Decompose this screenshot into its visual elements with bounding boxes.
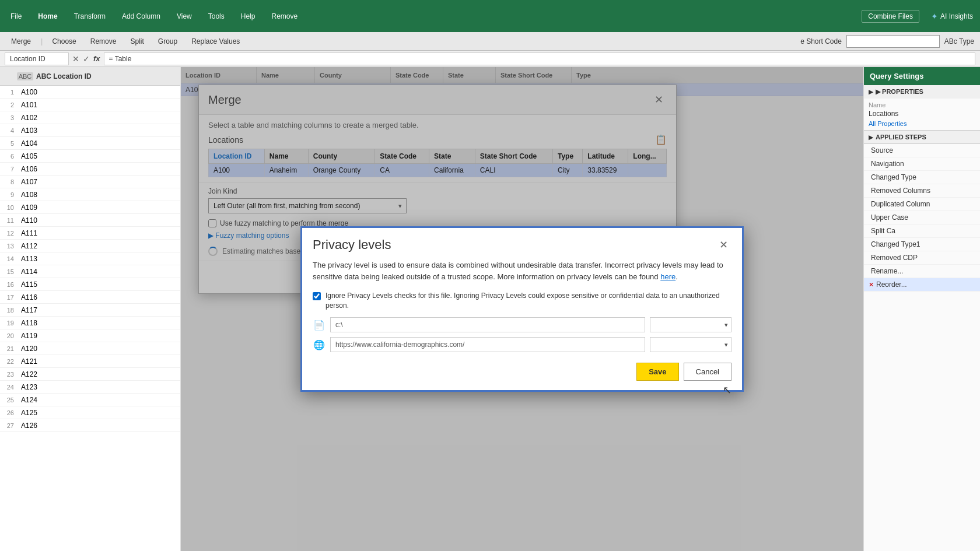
table-row: 2 A101 bbox=[0, 99, 180, 111]
table-row: 5 A104 bbox=[0, 137, 180, 150]
privacy-cancel-button[interactable]: Cancel bbox=[684, 363, 732, 381]
formula-value: = Table bbox=[109, 55, 132, 63]
query-settings-header: Query Settings bbox=[864, 67, 980, 85]
table-row: 3 A102 bbox=[0, 111, 180, 124]
col-type-icon: ABC bbox=[17, 72, 34, 80]
table-row: 23 A122 bbox=[0, 368, 180, 381]
web-privacy-dropdown[interactable]: None Private Organizational Public bbox=[650, 337, 732, 352]
ribbon-tab-remove[interactable]: Remove bbox=[268, 11, 301, 22]
ribbon-tab-add-column[interactable]: Add Column bbox=[118, 11, 164, 22]
properties-chevron-icon: ▶ bbox=[869, 89, 873, 95]
ribbon-tab-home[interactable]: Home bbox=[34, 11, 61, 22]
all-properties-link[interactable]: All Properties bbox=[869, 120, 975, 127]
properties-name-value: Locations bbox=[869, 110, 975, 118]
table-row: 1 A100 bbox=[0, 86, 180, 99]
privacy-ignore-checkbox[interactable] bbox=[313, 292, 321, 300]
applied-step[interactable]: Removed CDP bbox=[864, 251, 980, 265]
applied-steps-chevron-icon: ▶ bbox=[869, 134, 873, 141]
formula-x-icon[interactable]: ✕ bbox=[72, 54, 79, 64]
privacy-dialog: Privacy levels ✕ The privacy level is us… bbox=[300, 226, 744, 392]
applied-step[interactable]: Rename... bbox=[864, 265, 980, 278]
table-row: 6 A105 bbox=[0, 150, 180, 163]
applied-step[interactable]: Upper Case bbox=[864, 211, 980, 224]
formula-fx: fx bbox=[93, 54, 100, 63]
table-row: 25 A124 bbox=[0, 394, 180, 406]
ribbon-tab-transform[interactable]: Transform bbox=[71, 11, 109, 22]
properties-name-label: Name bbox=[869, 101, 975, 108]
table-row: 16 A115 bbox=[0, 278, 180, 291]
table-row: 19 A118 bbox=[0, 317, 180, 329]
table-row: 20 A119 bbox=[0, 329, 180, 342]
properties-section-header[interactable]: ▶ ▶ PROPERTIES bbox=[864, 85, 980, 99]
ribbon-tab-tools[interactable]: Tools bbox=[205, 11, 228, 22]
ribbon-tab-file[interactable]: File bbox=[7, 11, 25, 22]
table-row: 17 A116 bbox=[0, 291, 180, 304]
local-file-icon: 📄 bbox=[313, 320, 326, 331]
choose-btn[interactable]: Choose bbox=[47, 36, 80, 47]
table-row: 14 A113 bbox=[0, 252, 180, 265]
table-row: 9 A108 bbox=[0, 188, 180, 201]
privacy-title: Privacy levels bbox=[313, 237, 391, 252]
applied-step[interactable]: Split Ca bbox=[864, 224, 980, 238]
web-source-icon: 🌐 bbox=[313, 339, 326, 350]
web-url-input[interactable] bbox=[330, 337, 645, 352]
table-row: 24 A123 bbox=[0, 381, 180, 394]
table-row: 12 A111 bbox=[0, 227, 180, 240]
local-privacy-dropdown[interactable]: None Private Organizational Public bbox=[650, 317, 732, 332]
type-label: ABc Type bbox=[944, 37, 974, 45]
merge-btn[interactable]: Merge bbox=[6, 36, 36, 47]
applied-step[interactable]: Navigation bbox=[864, 157, 980, 171]
table-row: 11 A110 bbox=[0, 214, 180, 227]
ai-insights-label[interactable]: AI Insights bbox=[940, 12, 973, 20]
table-row: 7 A106 bbox=[0, 163, 180, 176]
table-row: 13 A112 bbox=[0, 240, 180, 252]
remove-btn[interactable]: Remove bbox=[86, 36, 121, 47]
table-row: 27 A126 bbox=[0, 419, 180, 432]
step-remove-icon[interactable]: ✕ bbox=[869, 281, 874, 289]
split-btn[interactable]: Split bbox=[125, 36, 148, 47]
applied-step[interactable]: Source bbox=[864, 144, 980, 157]
ribbon-tab-help[interactable]: Help bbox=[237, 11, 259, 22]
applied-steps-header[interactable]: ▶ APPLIED STEPS bbox=[864, 131, 980, 144]
table-row: 8 A107 bbox=[0, 176, 180, 188]
formula-name-box: Location ID bbox=[10, 55, 46, 63]
short-code-label: e Short Code bbox=[800, 37, 842, 45]
table-row: 18 A117 bbox=[0, 304, 180, 317]
applied-step[interactable]: Removed Columns bbox=[864, 184, 980, 198]
formula-check-icon[interactable]: ✓ bbox=[83, 54, 90, 64]
applied-step[interactable]: Duplicated Column bbox=[864, 198, 980, 211]
table-row: 22 A121 bbox=[0, 355, 180, 368]
table-row: 10 A109 bbox=[0, 201, 180, 214]
table-row: 21 A120 bbox=[0, 342, 180, 355]
local-path-input[interactable] bbox=[330, 317, 645, 332]
ribbon-tab-view[interactable]: View bbox=[173, 11, 195, 22]
combine-files-btn[interactable]: Combine Files bbox=[862, 10, 919, 23]
privacy-save-button[interactable]: Save bbox=[636, 363, 678, 381]
privacy-close-button[interactable]: ✕ bbox=[716, 237, 732, 252]
col-header-location-id: ABC Location ID bbox=[36, 72, 92, 80]
table-row: 4 A103 bbox=[0, 124, 180, 137]
privacy-link[interactable]: here bbox=[660, 272, 676, 281]
privacy-overlay: Privacy levels ✕ The privacy level is us… bbox=[181, 67, 863, 551]
privacy-period: . bbox=[676, 272, 678, 281]
applied-step-active[interactable]: ✕ Reorder... bbox=[864, 278, 980, 292]
group-btn[interactable]: Group bbox=[153, 36, 182, 47]
replace-values-btn[interactable]: Replace Values bbox=[187, 36, 244, 47]
table-row: 26 A125 bbox=[0, 406, 180, 419]
applied-step[interactable]: Changed Type bbox=[864, 171, 980, 184]
applied-step[interactable]: Changed Type1 bbox=[864, 238, 980, 251]
privacy-checkbox-label: Ignore Privacy Levels checks for this fi… bbox=[326, 291, 732, 311]
table-row: 15 A114 bbox=[0, 265, 180, 278]
